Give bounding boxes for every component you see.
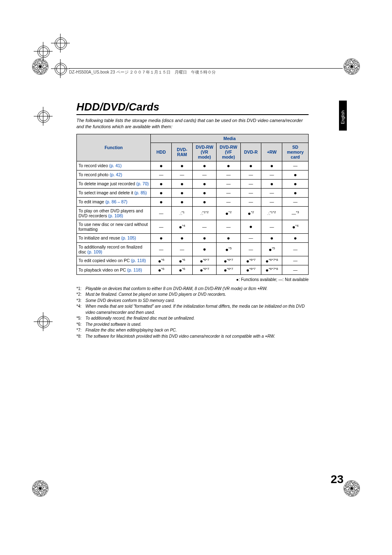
row-label: To edit image <box>78 199 105 204</box>
cell: ● <box>151 179 172 188</box>
table-row: To play on other DVD players and DVD rec… <box>77 206 309 220</box>
cell: ●*6*7 <box>217 265 240 275</box>
header-line: DZ-HS500A_US.book 23 ページ ２００７年１月１５日 月曜日 … <box>69 68 343 75</box>
cell: ∴*1 <box>172 206 193 220</box>
cell: ●*6 <box>172 265 193 275</box>
cell: ● <box>282 233 309 242</box>
cell: ● <box>282 170 309 179</box>
header-text: DZ-HS500A_US.book 23 ページ ２００７年１月１５日 月曜日 … <box>69 70 216 74</box>
page-ref-link[interactable]: (p. 42) <box>110 172 122 177</box>
footnote-text: The provided software is used. <box>85 322 309 328</box>
cell: — <box>217 179 240 188</box>
page-ref-link[interactable]: (p. 118) <box>127 267 142 272</box>
footnote-key: *3: <box>76 298 85 304</box>
reg-mark-ml <box>36 315 50 329</box>
cell: ● <box>172 188 193 197</box>
row-function: To additionally record on finalized disc… <box>77 242 151 256</box>
cell: ● <box>172 179 193 188</box>
cell: — <box>217 188 240 197</box>
footnotes: *1:Playable on devices that conform to e… <box>76 286 309 340</box>
footnote: *7:Finalize the disc when editing/playin… <box>76 327 309 334</box>
cell: — <box>261 188 282 197</box>
cell: — <box>172 170 193 179</box>
reg-mark-bl2 <box>36 44 50 58</box>
footnote-text: Must be finalized. Cannot be played on s… <box>85 292 309 298</box>
row-function: To play on other DVD players and DVD rec… <box>77 206 151 220</box>
cell: — <box>282 197 309 206</box>
cell: — <box>240 170 261 179</box>
cell: ●*6*7*8 <box>261 265 282 275</box>
table-row: To delete image just recorded (p. 70)●●●… <box>77 179 309 188</box>
cell: ● <box>151 161 172 170</box>
table-row: To playback video on PC (p. 118)●*6●*6●*… <box>77 265 309 275</box>
footnote-key: *6: <box>76 322 85 328</box>
page-ref-link[interactable]: (p. 85) <box>134 190 147 195</box>
cell: — <box>282 242 309 256</box>
row-label: To playback video on PC <box>78 267 127 272</box>
cell: ●*6*7 <box>240 265 261 275</box>
footnote-text: Some DVD devices conform to SD memory ca… <box>85 298 309 304</box>
intro-text: The following table lists the storage me… <box>76 117 309 130</box>
table-row: To additionally record on finalized disc… <box>77 242 309 256</box>
page-ref-link[interactable]: (p. 105) <box>121 235 136 240</box>
cell: —*3 <box>282 206 309 220</box>
cell: ●*2 <box>217 206 240 220</box>
page-ref-link[interactable]: (p. 118) <box>131 258 146 263</box>
page-title: HDD/DVD/Cards <box>76 101 309 115</box>
cell: ● <box>261 233 282 242</box>
footnote-key: *8: <box>76 334 85 340</box>
cell: ●*5 <box>217 242 240 256</box>
cell: ● <box>151 197 172 206</box>
cell: ●*4 <box>282 220 309 233</box>
cell: — <box>240 197 261 206</box>
cell: — <box>282 161 309 170</box>
reg-mark-tl2 <box>36 109 50 123</box>
table-row: To use new disc or new card without form… <box>77 220 309 233</box>
col-sd: SD memory card <box>282 143 309 161</box>
col-dvdram: DVD-RAM <box>172 143 193 161</box>
row-function: To edit copied video on PC (p. 118) <box>77 256 151 265</box>
cell: ● <box>217 233 240 242</box>
row-label: To use new disc or new card without form… <box>78 222 148 232</box>
footnote-key: *4: <box>76 304 85 315</box>
cell: ∴*1*2 <box>261 206 282 220</box>
row-label: To initialize and reuse <box>78 235 121 240</box>
cell: — <box>172 242 193 256</box>
cell: — <box>240 242 261 256</box>
print-mark-burst-br <box>344 480 360 497</box>
page-ref-link[interactable]: (p. 108) <box>108 213 123 218</box>
footnote-key: *1: <box>76 286 85 292</box>
page-ref-link[interactable]: (p. 109) <box>88 249 102 254</box>
cell: ●*6*7 <box>240 256 261 265</box>
table-row: To edit copied video on PC (p. 118)●*6●*… <box>77 256 309 265</box>
footnote-key: *7: <box>76 327 85 334</box>
cell: ● <box>192 233 216 242</box>
cell: ●*6 <box>151 265 172 275</box>
cell: — <box>151 206 172 220</box>
col-media: Media <box>151 134 309 143</box>
row-label: To record photo <box>78 172 110 177</box>
cell: ● <box>261 161 282 170</box>
legend-text: ●: Functions available; —: Not available <box>76 277 309 282</box>
cell: — <box>240 233 261 242</box>
cell: — <box>282 265 309 275</box>
cell: ●*6*7 <box>192 265 216 275</box>
page-ref-link[interactable]: (p. 41) <box>109 163 122 168</box>
footnote: *8:The software for Macintosh provided w… <box>76 334 309 340</box>
footnote: *6:The provided software is used. <box>76 322 309 328</box>
page-ref-link[interactable]: (p. 86 – 87) <box>105 199 127 204</box>
print-mark-burst-tr <box>344 58 360 75</box>
cell: ● <box>192 161 216 170</box>
cell: ∴*1*2 <box>192 206 216 220</box>
cell: ● <box>261 179 282 188</box>
footnote: *5:To additionally record, the finalized… <box>76 315 309 322</box>
page-ref-link[interactable]: (p. 70) <box>136 181 149 186</box>
col-dvdrw-vf: DVD-RW (VF mode) <box>217 143 240 161</box>
cell: ● <box>282 179 309 188</box>
table-row: To edit image (p. 86 – 87)●●●———— <box>77 197 309 206</box>
cell: ● <box>192 197 216 206</box>
col-hdd: HDD <box>151 143 172 161</box>
cell: ● <box>172 233 193 242</box>
cell: ●*2 <box>240 206 261 220</box>
cell: — <box>261 197 282 206</box>
